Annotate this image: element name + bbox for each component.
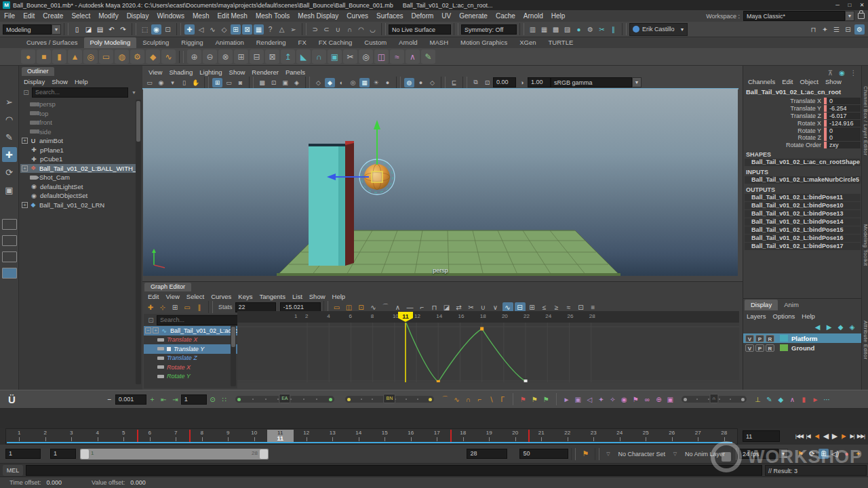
new-scene-icon[interactable]: ▯: [72, 24, 82, 35]
outliner-search-input[interactable]: [32, 87, 128, 98]
channel-attr-value[interactable]: -6.017: [827, 113, 861, 119]
poly-disc-icon[interactable]: ◍: [115, 49, 129, 64]
main-menu-uv[interactable]: UV: [437, 12, 455, 20]
viewport-scene[interactable]: persp: [143, 89, 738, 276]
channel-box-node-item[interactable]: Ball_Tail_v01_02_L:makeNurbCircle5: [745, 176, 861, 184]
rotate-tool-icon[interactable]: ⟳: [2, 165, 17, 180]
tangent-smooth-icon[interactable]: ∩: [463, 394, 473, 405]
main-menu-curves[interactable]: Curves: [342, 12, 372, 20]
viewport-settings-icon[interactable]: ⊡: [482, 78, 492, 87]
arnold-renderview-icon[interactable]: ●: [574, 24, 584, 35]
tangent-spline-icon[interactable]: ∿: [452, 394, 462, 405]
speed-icon[interactable]: ⋮: [848, 68, 859, 78]
layer-toggle-r[interactable]: R: [766, 344, 774, 352]
graph-channel-rotate-y[interactable]: Rotate Y: [144, 372, 237, 382]
anim-layer-dropdown-icon[interactable]: ▽: [670, 449, 680, 459]
plugin-shelf-icon[interactable]: ⊑: [449, 78, 459, 87]
main-menu-windows[interactable]: Windows: [153, 12, 189, 20]
next-red-icon[interactable]: ►: [810, 394, 821, 405]
use-lights-icon[interactable]: ◎: [348, 78, 358, 87]
pivot-icon[interactable]: ⊥: [753, 394, 763, 405]
anim-layer-selector[interactable]: No Anim Layer: [681, 451, 729, 458]
combine-icon[interactable]: ⊞: [234, 49, 248, 64]
main-menu-deform[interactable]: Deform: [408, 12, 438, 20]
filter-icon[interactable]: ⊡: [21, 87, 31, 98]
flag-pose-icon[interactable]: ⚑: [631, 394, 641, 405]
shelf-tab-rendering[interactable]: Rendering: [250, 37, 292, 48]
color-transform-selector[interactable]: sRGB gamma: [551, 77, 632, 87]
graph-menu-help[interactable]: Help: [329, 293, 349, 300]
boolean-difference-icon[interactable]: ⊖: [203, 49, 217, 64]
layer-color-swatch[interactable]: [780, 335, 788, 342]
character-set-dropdown-icon[interactable]: ▽: [603, 449, 613, 459]
shelf-tab-xgen[interactable]: XGen: [513, 37, 542, 48]
outliner-item-persp[interactable]: persp: [20, 100, 137, 109]
close-button[interactable]: ✕: [856, 1, 868, 9]
redo-icon[interactable]: ↷: [118, 24, 128, 35]
select-anim-icon[interactable]: ►: [561, 394, 572, 405]
shadows-icon[interactable]: ▦: [359, 78, 370, 87]
graph-channel-ball-tail-v01-02-l-ac-cn-ro[interactable]: −+∿Ball_Tail_v01_02_L:ac_cn_ro...: [144, 326, 237, 336]
snap-together-icon[interactable]: ⊠: [242, 24, 252, 35]
region-tool-icon[interactable]: ▭: [182, 302, 193, 312]
interrupt-render-icon[interactable]: ✂: [597, 24, 607, 35]
bridge-icon[interactable]: ∩: [312, 49, 326, 64]
layer-color-swatch[interactable]: [780, 344, 788, 351]
textured-icon[interactable]: ◐: [336, 78, 347, 87]
expand-icon[interactable]: +: [22, 202, 28, 208]
graph-channel-translate-z[interactable]: Translate Z: [144, 354, 237, 363]
mode-selector[interactable]: Modeling: [3, 24, 52, 35]
snap-uv-icon[interactable]: ▦: [254, 24, 264, 35]
viewport-menu-view[interactable]: View: [145, 68, 165, 76]
extract-icon[interactable]: ⊠: [265, 49, 279, 64]
decrement-icon[interactable]: −: [104, 394, 115, 405]
layout-two-pane-button[interactable]: [2, 235, 17, 246]
poly-sphere-icon[interactable]: ●: [21, 49, 35, 64]
go-to-start-button[interactable]: |◀◀: [795, 430, 804, 442]
range-start-handle[interactable]: [81, 449, 89, 459]
walk-cycle-icon[interactable]: ✦: [596, 394, 606, 405]
select-component-icon[interactable]: ⊡: [163, 24, 173, 35]
command-input[interactable]: [26, 465, 762, 476]
poly-cube-icon[interactable]: ■: [37, 49, 51, 64]
output-connections-icon[interactable]: ⊂: [321, 24, 332, 35]
time-slider-track[interactable]: 1234567891011121314151617181920212223242…: [5, 428, 738, 445]
play-backwards-button[interactable]: ◀: [821, 430, 830, 442]
manipulator-center-handle[interactable]: [372, 171, 382, 182]
channel-attr-value[interactable]: -124.916: [827, 120, 861, 127]
outliner-menu-display[interactable]: Display: [20, 78, 48, 85]
expand-icon[interactable]: +: [22, 165, 28, 171]
layer-toggle-r[interactable]: R: [766, 335, 774, 342]
layer-toggle-p[interactable]: P: [755, 335, 764, 342]
workspace-lock-icon[interactable]: [858, 13, 865, 19]
input-connections-icon[interactable]: ⊃: [310, 24, 320, 35]
animbot-slider-ea[interactable]: EA: [235, 396, 334, 403]
viewport-exposure-field[interactable]: [493, 77, 516, 87]
channel-box-node-item[interactable]: Ball_Tail_v01_02_L:bindPose13: [745, 210, 861, 218]
scale-tool-icon[interactable]: ▣: [2, 182, 17, 197]
outliner-item-ball-tail-v01-02-l-ball-with-tail[interactable]: +❖Ball_Tail_v01_02_L:BALL_WITH_TAIL: [20, 164, 137, 174]
step-fwd-key-button[interactable]: ▶|: [848, 430, 856, 442]
layout-four-pane-button[interactable]: [2, 251, 17, 262]
graph-menu-select[interactable]: Select: [183, 293, 208, 300]
wireframe-icon[interactable]: ◇: [313, 78, 323, 87]
poly-torus-icon[interactable]: ◎: [83, 49, 98, 64]
channel-box-node-item[interactable]: Ball_Tail_v01_02_L:bindPose11: [745, 194, 861, 201]
layout-persp-outliner-button[interactable]: [2, 268, 17, 279]
insert-keys-icon[interactable]: ⊹: [157, 302, 168, 312]
select-object-icon[interactable]: ◉: [151, 24, 161, 35]
pen-icon[interactable]: ✎: [764, 394, 774, 405]
film-gate-icon[interactable]: ▭: [224, 78, 234, 87]
main-menu-mesh[interactable]: Mesh: [189, 12, 213, 20]
snap-grid-icon[interactable]: ✚: [184, 24, 195, 35]
raise-panels-icon[interactable]: ⊓: [808, 24, 818, 35]
construction-history-icon[interactable]: ◠: [356, 24, 366, 35]
user-account-chip[interactable]: Erik Castillo ▼: [629, 23, 688, 36]
snap-view-plane-icon[interactable]: ◇: [219, 24, 229, 35]
outliner-item-front[interactable]: front: [20, 118, 137, 127]
main-menu-arnold[interactable]: Arnold: [519, 12, 547, 20]
layer-toggle-p[interactable]: P: [755, 344, 764, 352]
move-tool-icon[interactable]: ✚: [2, 147, 17, 162]
motion-blur-icon[interactable]: ●: [382, 78, 393, 87]
layer-row-ground[interactable]: VPRGround: [743, 343, 862, 352]
